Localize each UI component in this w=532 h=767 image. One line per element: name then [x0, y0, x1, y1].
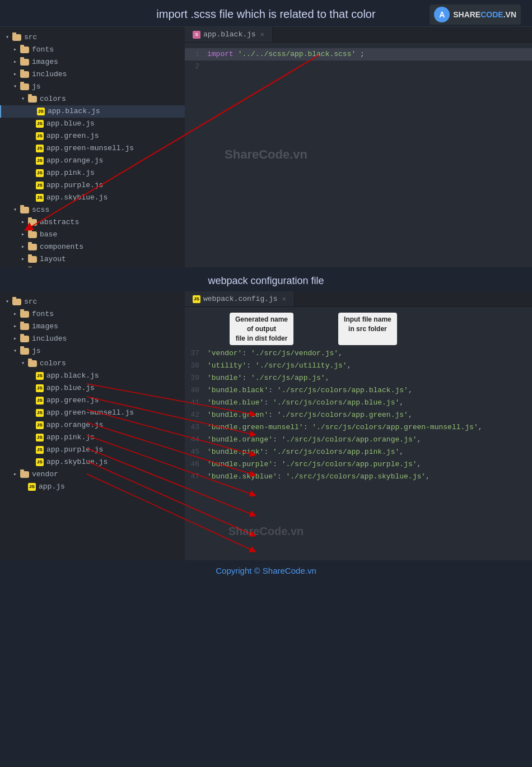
sidebar-item[interactable]: ▸fonts — [0, 44, 185, 56]
sidebar-item[interactable]: JSapp.green.js — [0, 394, 185, 407]
sidebar-item[interactable]: JSapp.green-munsell.js — [0, 407, 185, 419]
code-text: 'bundle.green-munsell': './src/js/colors… — [207, 421, 483, 434]
sidebar-item[interactable]: JSapp.green-munsell.js — [0, 142, 185, 155]
sidebar-item[interactable]: ▸fonts — [0, 308, 185, 320]
item-label: app.green.js — [46, 131, 99, 142]
bottom-sidebar: ▾src▸fonts▸images▸includes▾js▾colorsJSap… — [0, 291, 185, 560]
code-line: 37'vendor': './src/js/vendor.js', — [185, 347, 532, 360]
item-label: app.green.js — [46, 395, 99, 406]
bottom-tab-bar: JS webpack.config.js ✕ — [185, 291, 532, 307]
item-label: fonts — [32, 44, 54, 55]
sidebar-item[interactable]: ▸vendor — [0, 468, 185, 481]
code-text: 'bundle.skyblue': './src/js/colors/app.s… — [207, 471, 430, 483]
annotation-input: Input file namein src folder — [338, 313, 397, 345]
item-label: vendor — [32, 469, 58, 480]
sidebar-item[interactable]: JSapp.purple.js — [0, 179, 185, 192]
folder-icon — [20, 311, 29, 318]
sidebar-item[interactable]: ▸includes — [0, 333, 185, 345]
code-line: 47'bundle.skyblue': './src/js/colors/app… — [185, 471, 532, 483]
sidebar-item[interactable]: ▸abstracts — [0, 216, 185, 229]
js-file-icon: JS — [36, 372, 44, 380]
sidebar-item[interactable]: JSapp.orange.js — [0, 155, 185, 167]
line-number: 42 — [185, 409, 207, 421]
item-label: app.skyblue.js — [46, 457, 108, 468]
sidebar-item[interactable]: JSapp.skyblue.js — [0, 192, 185, 204]
top-tab-bar: S app.black.js ✕ — [185, 27, 532, 43]
chevron-right-icon: ▸ — [13, 69, 20, 80]
top-editor: S app.black.js ✕ 1 import '../../scss/ap… — [185, 27, 532, 267]
sidebar-item[interactable]: JSapp.green.js — [0, 130, 185, 142]
tab-close-icon[interactable]: ✕ — [260, 30, 264, 39]
line-number: 37 — [185, 347, 207, 360]
sidebar-item[interactable]: JSapp.pink.js — [0, 167, 185, 179]
item-label: app.skyblue.js — [46, 192, 108, 203]
code-line: 43'bundle.green-munsell': './src/js/colo… — [185, 421, 532, 434]
sidebar-item[interactable]: JSapp.black.js — [0, 105, 185, 118]
top-editor-tab[interactable]: S app.black.js ✕ — [185, 27, 273, 42]
header-title: import .scss file which is related to th… — [156, 8, 375, 20]
chevron-right-icon: ▸ — [21, 229, 28, 240]
sidebar-item[interactable]: ▾scss — [0, 204, 185, 216]
bottom-tab-label: webpack.config.js — [203, 295, 278, 303]
sidebar-item[interactable]: JSapp.blue.js — [0, 382, 185, 394]
sidebar-item[interactable]: ▾src — [0, 31, 185, 44]
chevron-down-icon: ▾ — [13, 346, 20, 357]
top-editor-content: 1 import '../../scss/app.black.scss' ; 2 — [185, 43, 532, 267]
sidebar-item[interactable]: ▾js — [0, 345, 185, 357]
bottom-editor-content: 37'vendor': './src/js/vendor.js',38'util… — [185, 347, 532, 483]
sidebar-item[interactable]: JSapp.orange.js — [0, 419, 185, 431]
sidebar-item[interactable]: ▾js — [0, 81, 185, 93]
item-label: app.purple.js — [46, 180, 103, 191]
js-file-icon: JS — [36, 157, 44, 165]
section2-label: webpack configuration file — [0, 267, 532, 291]
js-file-icon: JS — [36, 194, 44, 202]
folder-icon — [28, 96, 37, 103]
item-label: app.pink.js — [46, 168, 95, 179]
sidebar-item[interactable]: ▸pages — [0, 266, 185, 267]
sidebar-item[interactable]: ▾src — [0, 296, 185, 308]
sidebar-item[interactable]: JSapp.purple.js — [0, 444, 185, 456]
tab-close-icon-bottom[interactable]: ✕ — [282, 295, 286, 303]
sidebar-item[interactable]: ▸components — [0, 241, 185, 253]
item-label: js — [32, 81, 41, 92]
folder-icon — [28, 256, 37, 263]
sidebar-item[interactable]: ▸images — [0, 56, 185, 68]
top-sidebar: ▾src▸fonts▸images▸includes▾js▾colorsJSap… — [0, 27, 185, 267]
chevron-down-icon: ▾ — [13, 204, 20, 216]
sidebar-item[interactable]: JSapp.js — [0, 481, 185, 493]
logo-icon: A — [434, 7, 450, 22]
sidebar-item[interactable]: JSapp.skyblue.js — [0, 456, 185, 468]
sidebar-item[interactable]: ▸includes — [0, 68, 185, 81]
item-label: colors — [40, 358, 66, 369]
sidebar-item[interactable]: ▾colors — [0, 357, 185, 370]
annotation-generated: Generated nameof outputfile in dist fold… — [230, 313, 293, 345]
line-number: 41 — [185, 397, 207, 409]
folder-icon — [20, 348, 29, 355]
page-header: import .scss file which is related to th… — [0, 0, 532, 26]
bottom-editor-tab[interactable]: JS webpack.config.js ✕ — [185, 291, 295, 306]
js-file-icon: JS — [36, 182, 44, 189]
code-line: 45'bundle.pink': './src/js/colors/app.pi… — [185, 446, 532, 458]
footer-text: Copyright © ShareCode.vn — [216, 566, 316, 575]
item-label: app.purple.js — [46, 444, 103, 455]
item-label: components — [40, 241, 83, 253]
footer: Copyright © ShareCode.vn — [0, 560, 532, 581]
chevron-right-icon: ▸ — [13, 333, 20, 345]
sidebar-item[interactable]: JSapp.blue.js — [0, 118, 185, 130]
chevron-right-icon: ▸ — [21, 241, 28, 253]
js-file-icon: JS — [36, 458, 44, 466]
folder-icon — [20, 471, 29, 478]
top-section: ▾src▸fonts▸images▸includes▾js▾colorsJSap… — [0, 26, 532, 267]
item-label: app.green-munsell.js — [46, 143, 134, 154]
sidebar-item[interactable]: ▸layout — [0, 253, 185, 266]
item-label: images — [32, 321, 58, 332]
chevron-down-icon: ▾ — [6, 296, 12, 308]
sidebar-item[interactable]: JSapp.black.js — [0, 370, 185, 382]
chevron-right-icon: ▸ — [21, 254, 28, 265]
code-line: 46'bundle.purple': './src/js/colors/app.… — [185, 458, 532, 471]
sidebar-item[interactable]: JSapp.pink.js — [0, 431, 185, 444]
sidebar-item[interactable]: ▾colors — [0, 93, 185, 105]
sidebar-item[interactable]: ▸images — [0, 320, 185, 333]
sidebar-item[interactable]: ▸base — [0, 229, 185, 241]
folder-icon — [28, 360, 37, 367]
